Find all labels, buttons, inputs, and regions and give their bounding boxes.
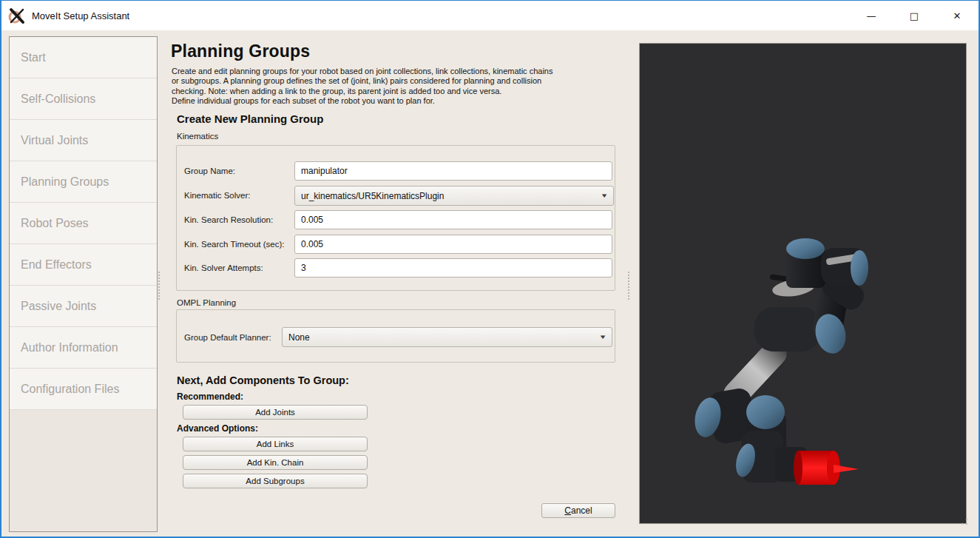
moveit-setup-assistant-window: MoveIt Setup Assistant — □ ✕ Start Self-… (0, 0, 980, 538)
chevron-down-icon: ▼ (600, 192, 608, 199)
default-planner-value: None (288, 332, 310, 343)
chevron-down-icon: ▼ (598, 334, 606, 340)
ompl-box-label: OMPL Planning (177, 298, 236, 307)
window-title: MoveIt Setup Assistant (32, 10, 129, 21)
cancel-button[interactable]: Cancel (541, 503, 615, 518)
default-planner-select[interactable]: None ▼ (282, 327, 612, 347)
sidebar-item-label: Author Information (21, 341, 118, 354)
default-planner-label: Group Default Planner: (184, 327, 271, 347)
minimize-button[interactable]: — (850, 1, 893, 30)
window-controls: — □ ✕ (850, 1, 979, 30)
resize-grip[interactable] (960, 518, 969, 527)
group-name-input[interactable] (294, 161, 612, 181)
maximize-button[interactable]: □ (893, 1, 936, 30)
search-timeout-label: Kin. Search Timeout (sec): (184, 235, 285, 254)
sidebar-item-label: End Effectors (21, 258, 92, 272)
add-components-heading: Next, Add Components To Group: (177, 374, 349, 386)
add-kin-chain-button[interactable]: Add Kin. Chain (183, 455, 368, 470)
page-description: Create and edit planning groups for your… (172, 67, 624, 107)
search-resolution-label: Kin. Search Resolution: (184, 210, 273, 229)
sidebar-item-label: Configuration Files (21, 383, 119, 396)
sidebar-item-label: Self-Collisions (21, 93, 95, 106)
search-timeout-input[interactable] (294, 235, 612, 254)
create-group-heading: Create New Planning Group (177, 112, 323, 125)
add-joints-button[interactable]: Add Joints (183, 405, 368, 420)
sidebar-splitter-handle[interactable] (158, 272, 161, 300)
sidebar-item-passive-joints[interactable]: Passive Joints (10, 286, 157, 327)
cancel-button-label: ancel (571, 505, 592, 516)
group-name-label: Group Name: (184, 161, 235, 181)
sidebar-item-start[interactable]: Start (10, 37, 157, 78)
moveit-logo-icon (8, 7, 26, 24)
sidebar-item-label: Planning Groups (21, 175, 109, 189)
titlebar: MoveIt Setup Assistant — □ ✕ (1, 1, 979, 30)
solver-attempts-label: Kin. Solver Attempts: (184, 258, 263, 278)
sidebar-item-robot-poses[interactable]: Robot Poses (10, 203, 157, 244)
setup-steps-sidebar: Start Self-Collisions Virtual Joints Pla… (9, 36, 158, 532)
sidebar-item-end-effectors[interactable]: End Effectors (10, 244, 157, 286)
kinematics-box-label: Kinematics (177, 132, 218, 141)
sidebar-empty-area (10, 410, 157, 531)
recommended-label: Recommended: (177, 391, 243, 402)
advanced-options-label: Advanced Options: (177, 423, 258, 434)
add-subgroups-button[interactable]: Add Subgroups (183, 474, 368, 488)
sidebar-item-label: Passive Joints (21, 300, 96, 313)
kinematic-solver-value: ur_kinematics/UR5KinematicsPlugin (301, 191, 444, 201)
sidebar-item-planning-groups[interactable]: Planning Groups (10, 161, 157, 203)
search-resolution-input[interactable] (294, 210, 612, 229)
kinematics-groupbox: Group Name: Kinematic Solver: ur_kinemat… (176, 145, 615, 291)
ompl-groupbox: Group Default Planner: None ▼ (176, 309, 615, 363)
add-links-button[interactable]: Add Links (183, 437, 368, 451)
ur5-robot-render (640, 44, 966, 523)
sidebar-item-self-collisions[interactable]: Self-Collisions (10, 78, 157, 120)
sidebar-item-virtual-joints[interactable]: Virtual Joints (10, 120, 157, 161)
kinematic-solver-select[interactable]: ur_kinematics/UR5KinematicsPlugin ▼ (294, 186, 614, 206)
robot-3d-viewport[interactable] (639, 43, 967, 524)
solver-attempts-input[interactable] (294, 258, 612, 278)
sidebar-item-configuration-files[interactable]: Configuration Files (10, 369, 157, 410)
kinematic-solver-label: Kinematic Solver: (184, 186, 250, 205)
sidebar-item-label: Virtual Joints (21, 134, 88, 147)
sidebar-item-author-information[interactable]: Author Information (10, 327, 157, 369)
planning-groups-panel: Planning Groups Create and edit planning… (171, 41, 630, 530)
page-title: Planning Groups (171, 41, 630, 61)
sidebar-item-label: Robot Poses (21, 217, 89, 230)
cancel-button-mnemonic: C (564, 505, 571, 516)
sidebar-item-label: Start (21, 51, 46, 64)
close-button[interactable]: ✕ (936, 1, 979, 30)
